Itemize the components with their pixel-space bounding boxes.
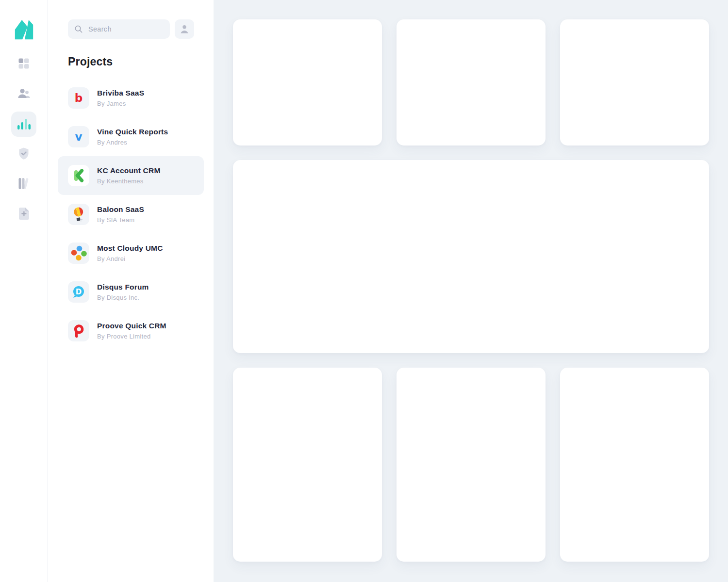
page-title: Projects [68, 55, 194, 68]
project-row-most-cloudy[interactable]: Most Cloudy UMC By Andrei [58, 234, 204, 273]
panel-bottom-center [397, 368, 546, 562]
file-plus-icon [18, 207, 30, 222]
rail-item-new-document[interactable] [11, 202, 36, 227]
profile-button[interactable] [175, 19, 194, 39]
bottom-card-row [233, 368, 709, 562]
project-byline: By Disqus Inc. [97, 294, 149, 301]
shield-check-icon [18, 147, 30, 162]
vine-glyph: v [75, 131, 83, 143]
rail-item-dashboard[interactable] [11, 51, 36, 77]
search-box[interactable] [68, 19, 170, 39]
top-card-row [233, 19, 709, 146]
panel-wide [233, 160, 709, 353]
project-title: Vine Quick Reports [97, 128, 168, 136]
briviba-logo-icon: b [68, 87, 89, 109]
briviba-glyph: b [75, 93, 83, 104]
panel-top-right [560, 19, 709, 146]
grid-icon [18, 58, 30, 71]
project-byline: By SIA Team [97, 217, 144, 223]
project-title: Baloon SaaS [97, 206, 144, 213]
project-byline: By Keenthemes [97, 178, 161, 184]
project-title: Disqus Forum [97, 283, 149, 291]
vine-logo-icon: v [68, 126, 89, 147]
projects-sidebar: Projects b Briviba SaaS By James v Vine … [48, 0, 214, 582]
project-row-proove[interactable]: Proove Quick CRM By Proove Limited [58, 311, 204, 350]
project-row-disqus[interactable]: D Disqus Forum By Disqus Inc. [58, 273, 204, 311]
books-icon [18, 177, 30, 192]
panel-bottom-left [233, 368, 382, 562]
project-title: Briviba SaaS [97, 89, 144, 97]
project-title: Most Cloudy UMC [97, 244, 163, 252]
bar-chart-icon [17, 117, 31, 132]
balloon-logo-icon [68, 204, 89, 225]
sidebar-toolbar [68, 19, 194, 39]
main-content [214, 0, 728, 582]
search-input[interactable] [87, 25, 164, 33]
disqus-glyph: D [76, 288, 82, 296]
disqus-logo-icon: D [68, 281, 89, 303]
users-icon [17, 88, 31, 100]
rail-item-library[interactable] [11, 172, 36, 197]
kc-logo-icon [68, 165, 89, 186]
panel-top-left [233, 19, 382, 146]
project-list: b Briviba SaaS By James v Vine Quick Rep… [68, 79, 194, 350]
panel-bottom-right [560, 368, 709, 562]
panel-top-center [397, 19, 546, 146]
rail-item-analytics[interactable] [11, 112, 36, 137]
project-row-baloon[interactable]: Baloon SaaS By SIA Team [58, 195, 204, 234]
proove-logo-icon [68, 320, 89, 341]
project-title: KC Account CRM [97, 167, 161, 175]
project-byline: By Andrei [97, 256, 163, 262]
icon-rail [0, 0, 48, 582]
app-logo-icon[interactable] [13, 18, 35, 41]
project-row-vine[interactable]: v Vine Quick Reports By Andres [58, 117, 204, 156]
person-icon [179, 23, 190, 35]
project-row-briviba[interactable]: b Briviba SaaS By James [58, 79, 204, 117]
search-icon [74, 25, 83, 33]
rail-item-security[interactable] [11, 142, 36, 167]
project-byline: By Proove Limited [97, 333, 166, 340]
clover-logo-icon [68, 242, 89, 264]
project-title: Proove Quick CRM [97, 322, 166, 330]
rail-nav [11, 51, 36, 227]
project-row-kc-account[interactable]: KC Account CRM By Keenthemes [58, 156, 204, 195]
project-byline: By Andres [97, 139, 168, 146]
rail-item-users[interactable] [11, 81, 36, 107]
project-byline: By James [97, 100, 144, 107]
